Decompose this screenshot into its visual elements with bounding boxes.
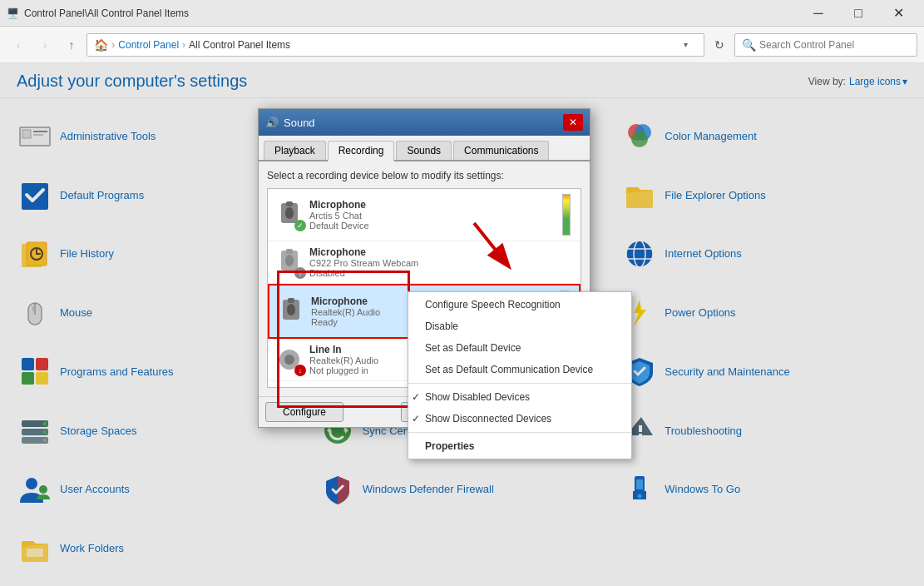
tab-sounds[interactable]: Sounds [396, 141, 452, 160]
svg-point-66 [285, 255, 294, 266]
up-button[interactable]: ↑ [60, 33, 83, 57]
tab-communications[interactable]: Communications [453, 141, 549, 160]
configure-button[interactable]: Configure [265, 402, 343, 422]
title-bar: 🖥️ Control Panel\All Control Panel Items… [0, 0, 924, 27]
ctx-properties[interactable]: Properties [408, 435, 631, 457]
ctx-separator-2 [408, 432, 631, 433]
breadcrumb-control-panel[interactable]: Control Panel [118, 39, 179, 51]
search-icon: 🔍 [742, 38, 756, 52]
nav-bar: ‹ › ↑ 🏠 › Control Panel › All Control Pa… [0, 27, 924, 63]
search-box: 🔍 [734, 33, 917, 57]
device-info-arctis: Microphone Arctis 5 Chat Default Device [309, 199, 559, 231]
device-info-c922: Microphone C922 Pro Stream Webcam Disabl… [309, 246, 574, 278]
title-bar-left: 🖥️ Control Panel\All Control Panel Items [7, 7, 189, 19]
tab-recording[interactable]: Recording [328, 141, 395, 161]
svg-rect-68 [288, 298, 294, 303]
device-status-disabled-1: ↓ [294, 267, 306, 279]
ctx-check-disabled: ✓ [412, 391, 420, 403]
title-bar-controls: ─ □ ✕ [799, 0, 917, 27]
ctx-disable[interactable]: Disable [408, 315, 631, 337]
minimize-button[interactable]: ─ [799, 0, 838, 27]
maximize-button[interactable]: □ [839, 0, 877, 27]
ctx-set-default-device[interactable]: Set as Default Device [408, 337, 631, 359]
svg-point-71 [284, 355, 294, 365]
ctx-configure-speech[interactable]: Configure Speech Recognition [408, 294, 631, 315]
ctx-show-disconnected[interactable]: ✓ Show Disconnected Devices [408, 408, 631, 430]
svg-rect-62 [286, 201, 293, 206]
address-dropdown-button[interactable]: ▾ [674, 33, 697, 57]
dialog-close-button[interactable]: ✕ [563, 114, 583, 131]
back-button[interactable]: ‹ [7, 33, 30, 57]
tab-playback[interactable]: Playback [264, 141, 326, 160]
close-button[interactable]: ✕ [879, 0, 917, 27]
app-icon: 🖥️ [7, 7, 19, 19]
level-bar-arctis [562, 194, 571, 236]
device-status-check: ✓ [294, 220, 306, 231]
context-menu: Configure Speech Recognition Disable Set… [408, 291, 632, 459]
window-title: Control Panel\All Control Panel Items [24, 7, 189, 19]
address-bar: 🏠 › Control Panel › All Control Panel It… [86, 33, 704, 57]
device-status-red: ↓ [294, 365, 306, 376]
ctx-show-disabled[interactable]: ✓ Show Disabled Devices [408, 386, 631, 408]
ctx-separator-1 [408, 383, 631, 384]
svg-rect-65 [286, 249, 293, 254]
dialog-tabs: Playback Recording Sounds Communications [259, 136, 590, 161]
dialog-instruction: Select a recording device below to modif… [267, 170, 581, 181]
device-icon-c922: ↓ [274, 247, 304, 277]
refresh-button[interactable]: ↻ [708, 33, 731, 57]
device-icon-arctis: ✓ [274, 200, 304, 230]
svg-point-69 [287, 304, 295, 315]
dialog-title: Sound [284, 117, 315, 129]
device-item-arctis[interactable]: ✓ Microphone Arctis 5 Chat Default Devic… [268, 189, 581, 241]
device-item-c922[interactable]: ↓ Microphone C922 Pro Stream Webcam Disa… [268, 241, 581, 284]
device-icon-stereo-mix: ↓ [274, 387, 304, 388]
ctx-set-default-comm[interactable]: Set as Default Communication Device [408, 359, 631, 380]
dialog-sound-icon: 🔊 [265, 117, 279, 129]
forward-button[interactable]: › [33, 33, 57, 57]
dialog-title-bar: 🔊 Sound ✕ [259, 109, 590, 136]
device-icon-line-in: ↓ [274, 345, 304, 375]
dialog-title-left: 🔊 Sound [265, 117, 315, 129]
search-input[interactable] [759, 39, 910, 51]
ctx-check-disconnected: ✓ [412, 413, 420, 425]
svg-point-63 [285, 207, 294, 219]
home-icon: 🏠 [94, 38, 108, 52]
breadcrumb-all-items: All Control Panel Items [189, 39, 290, 51]
device-icon-realtek-mic [276, 296, 306, 326]
breadcrumb: Control Panel › All Control Panel Items [118, 39, 290, 51]
